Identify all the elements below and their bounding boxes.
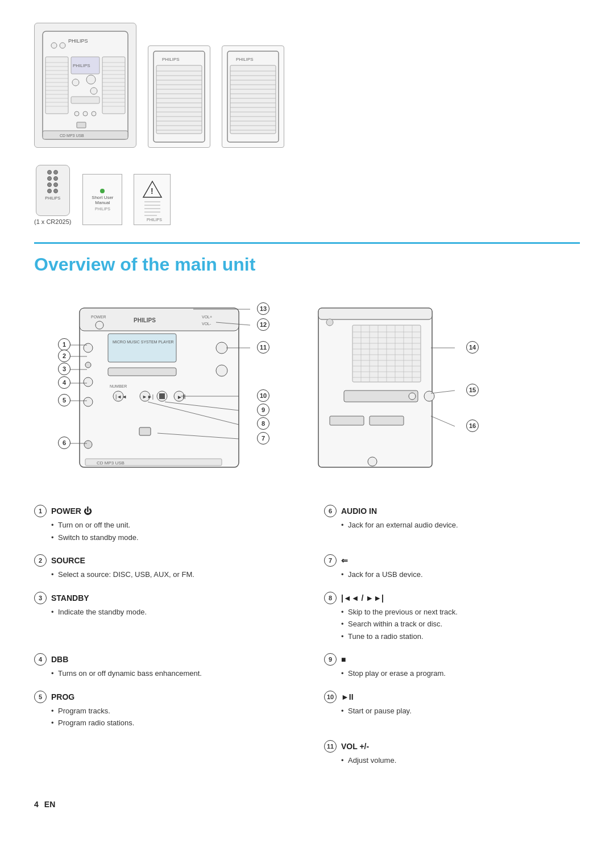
warning-booklet-img: ! PHILIPS (134, 174, 171, 225)
feature-title-11: VOL +/- (341, 742, 369, 751)
front-unit-diagram: PHILIPS POWER VOL+ VOL- MICRO MUSIC SYST… (34, 291, 273, 484)
callout-5: 5 (58, 394, 70, 406)
svg-point-19 (72, 79, 79, 86)
svg-text:VOL-: VOL- (202, 322, 211, 326)
feature-bullet: Search within a track or disc. (341, 618, 580, 630)
feature-bullet: Indicate the standby mode. (51, 607, 290, 618)
feature-callout-1: 1 (34, 505, 47, 517)
svg-text:PHILIPS: PHILIPS (134, 317, 156, 323)
svg-rect-22 (71, 97, 99, 103)
feature-bullets-4: Turns on or off dynamic bass enhancement… (51, 668, 290, 679)
feature-title-3: STANDBY (51, 593, 89, 603)
feature-title-4: DBB (51, 655, 68, 664)
callout-8: 8 (257, 417, 269, 430)
svg-rect-150 (370, 416, 404, 425)
feature-bullet: Program tracks. (51, 705, 290, 717)
svg-point-148 (409, 393, 416, 400)
feature-item-standby: 3 STANDBY Indicate the standby mode. (34, 592, 290, 643)
svg-rect-85 (80, 308, 239, 467)
feature-title-9: ■ (341, 655, 346, 664)
svg-point-151 (424, 391, 434, 401)
svg-point-112 (216, 342, 227, 354)
svg-text:PHILIPS: PHILIPS (73, 63, 90, 68)
feature-item-audio-in: 6 AUDIO IN Jack for an external audio de… (324, 505, 580, 544)
speaker-unit-1: PHILIPS (148, 45, 210, 148)
feature-title-6: AUDIO IN (341, 506, 377, 516)
svg-point-24 (83, 111, 88, 116)
empty-left (34, 740, 290, 778)
svg-text:►►|: ►►| (142, 394, 154, 400)
feature-bullet: Start or pause play. (341, 705, 580, 717)
callout-3: 3 (58, 363, 70, 375)
callout-7: 7 (257, 432, 269, 445)
booklet-title: Short User Manual (85, 195, 119, 205)
feature-bullet: Skip to the previous or next track. (341, 607, 580, 618)
feature-bullets-8: Skip to the previous or next track. Sear… (341, 607, 580, 642)
battery-label: (1 x CR2025) (34, 218, 71, 225)
feature-item-source: 2 SOURCE Select a source: DISC, USB, AUX… (34, 554, 290, 582)
callout-12: 12 (257, 318, 269, 331)
section-divider (34, 242, 580, 244)
feature-bullet: Select a source: DISC, USB, AUX, or FM. (51, 569, 290, 580)
svg-point-93 (85, 362, 91, 368)
feature-bullet: Jack for a USB device. (341, 569, 580, 580)
svg-point-21 (90, 88, 97, 94)
feature-header-2: 2 SOURCE (34, 554, 290, 567)
feature-item-dbb: 4 DBB Turns on or off dynamic bass enhan… (34, 653, 290, 680)
svg-rect-41 (43, 131, 128, 139)
feature-bullets-6: Jack for an external audio device. (341, 520, 580, 531)
feature-bullet: Turn on or off the unit. (51, 520, 290, 531)
feature-item-prog: 5 PROG Program tracks. Program radio sta… (34, 691, 290, 730)
svg-rect-4 (45, 57, 68, 114)
feature-bullets-3: Indicate the standby mode. (51, 607, 290, 618)
main-units-row: PHILIPS PHILIPS (34, 23, 284, 148)
feature-header-4: 4 DBB (34, 653, 290, 666)
callout-6: 6 (58, 437, 70, 449)
svg-text:MICRO MUSIC SYSTEM PLAYER: MICRO MUSIC SYSTEM PLAYER (113, 340, 174, 344)
svg-point-91 (96, 321, 103, 329)
svg-text:CD  MP3  USB: CD MP3 USB (60, 134, 84, 138)
main-unit-front: PHILIPS PHILIPS (34, 23, 136, 148)
accessories-row: PHILIPS (1 x CR2025) Short User Manual P… (34, 165, 171, 225)
feature-bullets-1: Turn on or off the unit. Switch to stand… (51, 520, 290, 543)
battery-accessory: PHILIPS (1 x CR2025) (34, 165, 71, 225)
feature-bullets-11: Adjust volume. (341, 755, 580, 766)
feature-item-power: 1 POWER ⏻ Turn on or off the unit. Switc… (34, 505, 290, 544)
feature-title-2: SOURCE (51, 556, 85, 565)
page-footer: 4 EN (34, 794, 580, 809)
svg-text:PHILIPS: PHILIPS (68, 38, 88, 44)
svg-rect-97 (108, 334, 176, 362)
feature-header-3: 3 STANDBY (34, 592, 290, 604)
callout-10: 10 (257, 389, 269, 402)
feature-bullet: Adjust volume. (341, 755, 580, 766)
svg-rect-128 (318, 308, 432, 319)
svg-text:!: ! (151, 186, 154, 196)
svg-rect-86 (80, 308, 239, 331)
remote-img: PHILIPS (36, 165, 70, 216)
svg-text:►II: ►II (177, 394, 185, 400)
callout-15: 15 (466, 384, 479, 396)
features-grid: 1 POWER ⏻ Turn on or off the unit. Switc… (34, 505, 580, 777)
feature-header-10: 10 ►II (324, 691, 580, 703)
callout-9: 9 (257, 404, 269, 416)
feature-bullet: Switch to standby mode. (51, 532, 290, 543)
page-number: 4 (34, 800, 39, 809)
svg-point-20 (86, 75, 96, 84)
speakers-column: PHILIPS (148, 45, 210, 148)
callout-2: 2 (58, 350, 70, 362)
feature-item-usb: 7 ⇐ Jack for a USB device. (324, 554, 580, 582)
svg-point-25 (92, 111, 96, 116)
svg-text:PHILIPS: PHILIPS (236, 57, 254, 62)
svg-point-146 (326, 319, 333, 326)
svg-rect-147 (344, 391, 418, 402)
svg-text:CD   MP3   USB: CD MP3 USB (97, 460, 125, 466)
section-heading: Overview of the main unit (34, 254, 580, 275)
svg-rect-28 (102, 57, 125, 114)
feature-callout-8: 8 (324, 592, 337, 604)
feature-title-10: ►II (341, 692, 354, 701)
svg-point-113 (216, 365, 227, 376)
feature-callout-2: 2 (34, 554, 47, 567)
speaker-unit-2-container: PHILIPS (222, 45, 284, 148)
feature-title-5: PROG (51, 692, 74, 701)
diagrams-row: PHILIPS POWER VOL+ VOL- MICRO MUSIC SYST… (34, 291, 580, 484)
